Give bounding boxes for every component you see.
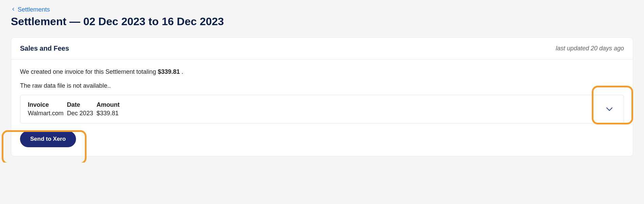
summary-prefix: We created one invoice for this Settleme… — [20, 68, 158, 75]
breadcrumb-label: Settlements — [18, 6, 50, 13]
invoice-amount-value: $339.81 — [96, 110, 119, 117]
invoice-date-value: Dec 2023 — [67, 110, 93, 117]
page-title: Settlement — 02 Dec 2023 to 16 Dec 2023 — [11, 15, 633, 28]
send-to-xero-button[interactable]: Send to Xero — [20, 131, 76, 147]
summary-suffix: . — [180, 68, 183, 75]
col-header-amount: Amount — [96, 101, 119, 108]
invoice-col-amount: Amount $339.81 — [96, 101, 119, 117]
invoice-box: Invoice Walmart.com Date Dec 2023 Amount… — [20, 95, 624, 123]
chevron-down-icon — [605, 105, 613, 114]
card-header: Sales and Fees last updated 20 days ago — [11, 38, 633, 60]
expand-invoice-button[interactable] — [603, 102, 616, 116]
chevron-left-icon — [11, 7, 16, 13]
col-header-invoice: Invoice — [28, 101, 63, 108]
last-updated-text: last updated 20 days ago — [556, 45, 624, 52]
summary-amount: $339.81 — [158, 68, 180, 75]
card-title: Sales and Fees — [20, 45, 69, 52]
invoice-summary-text: We created one invoice for this Settleme… — [20, 68, 624, 75]
invoice-col-name: Invoice Walmart.com — [28, 101, 63, 117]
col-header-date: Date — [67, 101, 93, 108]
invoice-col-date: Date Dec 2023 — [67, 101, 93, 117]
sales-fees-card: Sales and Fees last updated 20 days ago … — [11, 37, 633, 156]
invoice-name-value: Walmart.com — [28, 110, 63, 117]
invoice-table: Invoice Walmart.com Date Dec 2023 Amount… — [28, 101, 119, 117]
breadcrumb[interactable]: Settlements — [11, 6, 633, 13]
raw-data-text: The raw data file is not available.. — [20, 82, 624, 89]
card-body: We created one invoice for this Settleme… — [11, 60, 633, 156]
